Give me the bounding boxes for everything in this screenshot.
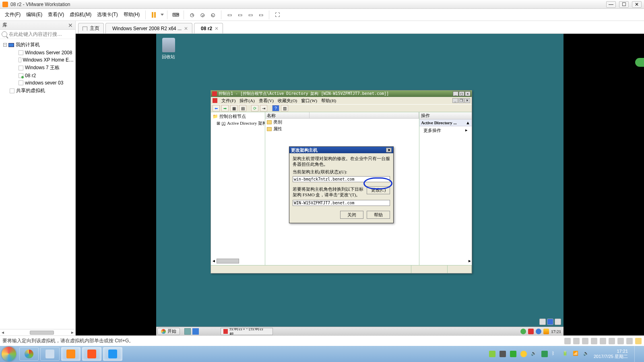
send-cad-icon[interactable]: ⌨ <box>171 10 180 20</box>
tree-shared-vms[interactable]: 共享的虚拟机 <box>16 87 45 94</box>
mmc-menu-fav[interactable]: 收藏夹(O) <box>278 98 297 104</box>
menu-file[interactable]: 文件(F) <box>2 10 23 20</box>
taskbar-vmware[interactable] <box>61 347 80 361</box>
help-tip-icon[interactable] <box>547 319 553 325</box>
quick-launch-icon[interactable] <box>192 328 199 335</box>
mmc-tree-root[interactable]: 控制台根节点 <box>219 113 246 119</box>
taskbar-app[interactable] <box>103 347 122 361</box>
tree-my-computer[interactable]: 我的计算机 <box>16 41 40 48</box>
back-icon[interactable]: ⬅ <box>213 105 220 111</box>
mmc-titlebar[interactable]: 控制台1 - [控制台根节点\Active Directory 架构 [WIN-… <box>211 90 472 97</box>
tray-clock-icon[interactable] <box>543 329 549 334</box>
props-icon[interactable]: ▤ <box>239 105 246 111</box>
change-schema-master-dialog[interactable]: 更改架构主机✕ 架构主机管理对架构的修改。在企业中只有一台服务器担任此角色。 当… <box>289 146 394 223</box>
tab-close-icon[interactable]: ✕ <box>184 26 188 31</box>
col-name[interactable]: 名称 <box>265 112 310 118</box>
snapshot-revert-icon[interactable]: ◶ <box>198 10 207 20</box>
mmc-menu-window[interactable]: 窗口(W) <box>301 98 317 104</box>
device-icon[interactable] <box>582 338 588 344</box>
actions-more[interactable]: 更多操作▸ <box>419 126 472 135</box>
list-item[interactable]: 类别 <box>265 119 419 125</box>
forward-icon[interactable]: ➡ <box>221 105 229 111</box>
host-start-button[interactable] <box>2 347 16 361</box>
view-icon[interactable]: ▥ <box>281 105 288 111</box>
tray-icon[interactable] <box>500 351 506 357</box>
device-icon[interactable] <box>609 338 615 344</box>
power-dropdown[interactable] <box>161 14 164 16</box>
library-search-input[interactable] <box>9 31 72 37</box>
tree-item[interactable]: Windows 7 王栋 <box>25 64 60 71</box>
device-icon[interactable] <box>573 338 580 344</box>
library-hscroll[interactable]: ◄► <box>0 329 75 335</box>
snapshot-icon[interactable]: ◷ <box>187 10 197 20</box>
help-button[interactable]: 帮助 <box>367 211 390 219</box>
tree-item[interactable]: Windows XP Home E… <box>23 57 74 63</box>
action-center-icon[interactable] <box>555 319 561 325</box>
pause-button[interactable] <box>149 10 159 20</box>
tray-icon[interactable] <box>541 351 548 357</box>
up-icon[interactable]: ▦ <box>230 105 237 111</box>
mmc-max-button[interactable]: □ <box>459 91 464 96</box>
guest-start-button[interactable]: 开始 <box>157 328 180 335</box>
host-clock[interactable]: 17:21 2017/7/25 星期二 <box>594 349 628 359</box>
menu-view[interactable]: 查看(V) <box>45 10 66 20</box>
view-thumb-icon[interactable]: ▭ <box>256 10 266 20</box>
device-icon[interactable] <box>591 338 597 344</box>
menu-tabs[interactable]: 选项卡(T) <box>95 10 120 20</box>
tray-network-icon[interactable] <box>536 329 541 334</box>
recycle-bin[interactable]: 回收站 <box>162 38 175 60</box>
taskbar-app[interactable] <box>82 347 101 361</box>
side-badge-icon[interactable] <box>635 58 644 67</box>
tree-item[interactable]: windows sever 03 <box>25 80 63 86</box>
mmc-inner-min[interactable]: _ <box>452 98 458 103</box>
export-icon[interactable]: ⇥ <box>260 105 267 111</box>
mmc-min-button[interactable]: _ <box>453 91 458 96</box>
change-button[interactable]: 更改(C) <box>367 186 390 194</box>
tab-vm2[interactable]: 08 r2✕ <box>194 23 223 33</box>
view-unity-icon[interactable]: ▭ <box>235 10 245 20</box>
taskbar-app[interactable] <box>19 347 39 361</box>
view-multi-icon[interactable]: ▭ <box>246 10 255 20</box>
maximize-button[interactable]: ☐ <box>619 1 629 8</box>
bluetooth-icon[interactable]: ᛒ <box>552 351 558 357</box>
guest-taskbar[interactable]: 开始 控制台1 - [控制台根… 17:21 <box>156 327 564 335</box>
mmc-close-button[interactable]: ✕ <box>465 91 471 96</box>
tray-icon[interactable] <box>489 351 495 357</box>
fullscreen-icon[interactable]: ⛶ <box>272 10 282 20</box>
device-icon[interactable] <box>635 338 642 344</box>
device-icon[interactable] <box>600 338 606 344</box>
help-icon[interactable]: ? <box>272 105 279 111</box>
minimize-button[interactable]: — <box>606 1 616 8</box>
library-close-icon[interactable]: ✕ <box>68 22 73 29</box>
tab-vm1[interactable]: Windows Server 2008 R2 x64 ...✕ <box>105 23 192 33</box>
menu-help[interactable]: 帮助(H) <box>121 10 142 20</box>
device-icon[interactable] <box>626 338 633 344</box>
close-button[interactable]: 关闭 <box>340 211 363 219</box>
volume-icon[interactable]: 🔈 <box>583 351 590 357</box>
tree-item[interactable]: 08 r2 <box>25 73 36 78</box>
library-tree[interactable]: −我的计算机 Windows Server 2008 Windows XP Ho… <box>0 39 75 329</box>
show-desktop-button[interactable] <box>634 346 639 362</box>
refresh-icon[interactable]: ⟳ <box>251 105 258 111</box>
tray-icon[interactable] <box>528 329 534 334</box>
mmc-menu-file[interactable]: 文件(F) <box>221 98 235 104</box>
mmc-tree-adschema[interactable]: Active Directory 架构 <box>227 120 265 126</box>
view-console-icon[interactable]: ▭ <box>225 10 234 20</box>
guest-desktop[interactable]: 回收站 控制台1 - [控制台根节点\Active Directory 架构 [… <box>76 34 644 335</box>
menu-edit[interactable]: 编辑(E) <box>24 10 45 20</box>
mmc-tree-pane[interactable]: 📁控制台根节点 ⊞🕮Active Directory 架构 ◄► <box>211 112 265 265</box>
tab-close-icon[interactable]: ✕ <box>215 26 219 31</box>
tray-icon[interactable] <box>520 329 526 334</box>
tray-icon[interactable] <box>520 351 527 357</box>
taskbar-app[interactable] <box>40 347 60 361</box>
close-button[interactable]: ✕ <box>632 1 642 8</box>
device-icon[interactable] <box>564 338 571 344</box>
lang-icon[interactable] <box>539 319 546 325</box>
mmc-menu-view[interactable]: 查看(V) <box>259 98 274 104</box>
dialog-close-icon[interactable]: ✕ <box>386 148 392 152</box>
taskbar-item-mmc[interactable]: 控制台1 - [控制台根… <box>221 328 273 335</box>
battery-icon[interactable]: 🔋 <box>562 351 569 357</box>
mmc-inner-restore[interactable]: ❐ <box>458 98 464 103</box>
menu-vm[interactable]: 虚拟机(M) <box>67 10 94 20</box>
tab-home[interactable]: 主页 <box>78 23 104 33</box>
